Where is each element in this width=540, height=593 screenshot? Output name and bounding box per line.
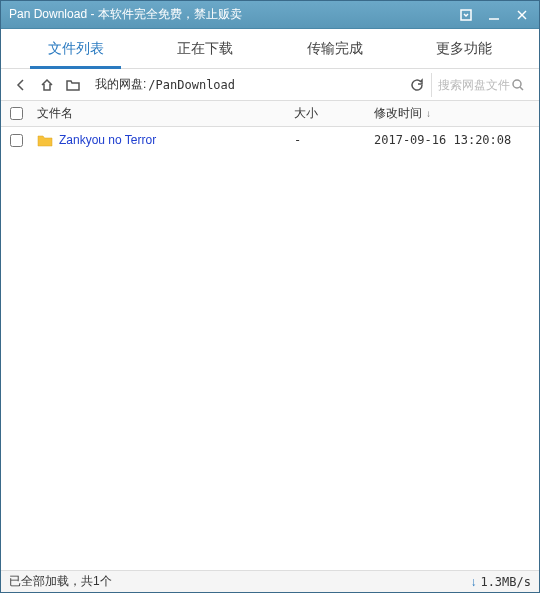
svg-line-5: [520, 87, 523, 90]
close-button[interactable]: [511, 6, 533, 24]
select-all-checkbox[interactable]: [10, 107, 23, 120]
titlebar-buttons: [455, 6, 533, 24]
status-bar: 已全部加载，共1个 ↓ 1.3MB/s: [1, 570, 539, 592]
svg-point-4: [513, 80, 521, 88]
column-size[interactable]: 大小: [294, 105, 374, 122]
status-text: 已全部加载，共1个: [9, 573, 470, 590]
column-name[interactable]: 文件名: [31, 105, 294, 122]
row-checkbox[interactable]: [10, 134, 23, 147]
sort-desc-icon: ↓: [426, 108, 431, 119]
path-label: 我的网盘:: [95, 76, 146, 93]
back-button[interactable]: [9, 73, 33, 97]
tab-bar: 文件列表 正在下载 传输完成 更多功能: [1, 29, 539, 69]
file-date: 2017-09-16 13:20:08: [374, 133, 539, 147]
dropdown-button[interactable]: [455, 6, 477, 24]
titlebar-text: Pan Download - 本软件完全免费，禁止贩卖: [7, 6, 455, 23]
titlebar[interactable]: Pan Download - 本软件完全免费，禁止贩卖: [1, 1, 539, 29]
speed-value: 1.3MB/s: [480, 575, 531, 589]
file-name: Zankyou no Terror: [59, 133, 156, 147]
path-value: /PanDownload: [148, 78, 235, 92]
file-list[interactable]: Zankyou no Terror - 2017-09-16 13:20:08: [1, 127, 539, 570]
column-header: 文件名 大小 修改时间 ↓: [1, 101, 539, 127]
new-folder-button[interactable]: [61, 73, 85, 97]
tab-completed[interactable]: 传输完成: [270, 29, 400, 68]
search-input[interactable]: [438, 78, 510, 92]
app-window: Pan Download - 本软件完全免费，禁止贩卖 文件列表 正在下载 传输…: [0, 0, 540, 593]
refresh-button[interactable]: [405, 73, 429, 97]
toolbar: 我的网盘: /PanDownload: [1, 69, 539, 101]
file-size: -: [294, 133, 374, 147]
home-button[interactable]: [35, 73, 59, 97]
tab-file-list[interactable]: 文件列表: [11, 29, 141, 68]
table-row[interactable]: Zankyou no Terror - 2017-09-16 13:20:08: [1, 127, 539, 153]
tab-more[interactable]: 更多功能: [400, 29, 530, 68]
minimize-button[interactable]: [483, 6, 505, 24]
folder-icon: [37, 134, 53, 147]
search-box: [431, 73, 531, 97]
download-icon: ↓: [470, 575, 476, 589]
tab-downloading[interactable]: 正在下载: [141, 29, 271, 68]
column-date[interactable]: 修改时间 ↓: [374, 105, 539, 122]
search-icon[interactable]: [510, 77, 526, 93]
